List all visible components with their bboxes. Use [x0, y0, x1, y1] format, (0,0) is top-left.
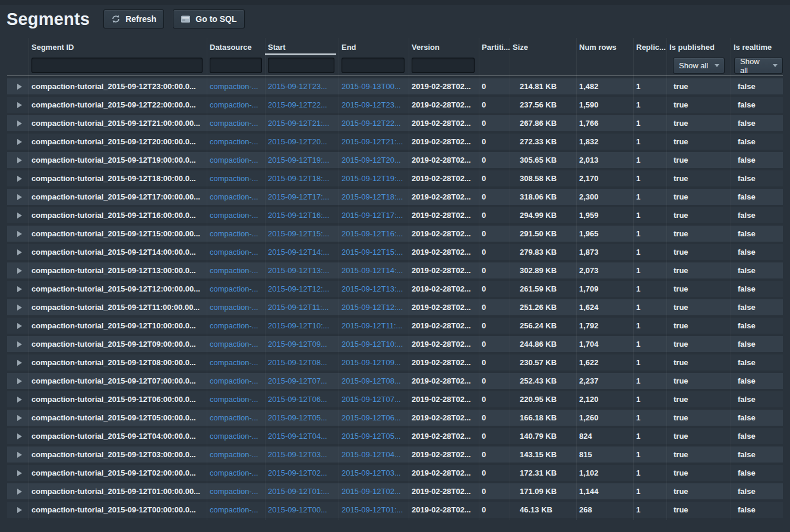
- start-link[interactable]: 2015-09-12T23...: [268, 82, 327, 91]
- header-num-rows[interactable]: Num rows: [576, 38, 633, 56]
- expand-row-icon[interactable]: [10, 84, 29, 90]
- start-link[interactable]: 2015-09-12T02...: [268, 468, 327, 477]
- end-link[interactable]: 2015-09-12T03...: [342, 468, 401, 477]
- datasource-link[interactable]: compaction-...: [210, 266, 258, 275]
- expand-row-icon[interactable]: [10, 433, 29, 439]
- start-link[interactable]: 2015-09-12T04...: [268, 432, 327, 441]
- refresh-button[interactable]: Refresh: [103, 10, 164, 28]
- start-link[interactable]: 2015-09-12T05...: [268, 413, 327, 422]
- datasource-link[interactable]: compaction-...: [210, 192, 258, 201]
- header-replicas[interactable]: Replic...: [633, 38, 666, 56]
- datasource-link[interactable]: compaction-...: [210, 505, 258, 514]
- datasource-link[interactable]: compaction-...: [210, 358, 258, 367]
- datasource-link[interactable]: compaction-...: [210, 303, 258, 312]
- end-link[interactable]: 2015-09-12T21:...: [342, 137, 403, 146]
- start-link[interactable]: 2015-09-12T17:...: [268, 192, 329, 201]
- header-partition[interactable]: Partiti...: [479, 38, 510, 56]
- end-link[interactable]: 2015-09-12T19:...: [342, 174, 403, 183]
- header-datasource[interactable]: Datasource: [207, 38, 265, 56]
- datasource-link[interactable]: compaction-...: [210, 119, 258, 128]
- datasource-link[interactable]: compaction-...: [210, 468, 258, 477]
- start-link[interactable]: 2015-09-12T03...: [268, 450, 327, 459]
- datasource-link[interactable]: compaction-...: [210, 432, 258, 441]
- segment-id-filter-input[interactable]: [31, 58, 203, 73]
- end-link[interactable]: 2015-09-12T17:...: [342, 211, 403, 220]
- end-link[interactable]: 2015-09-12T14:...: [342, 266, 403, 275]
- datasource-link[interactable]: compaction-...: [210, 156, 258, 164]
- datasource-link[interactable]: compaction-...: [210, 284, 258, 293]
- end-link[interactable]: 2015-09-12T01:...: [342, 505, 403, 514]
- end-link[interactable]: 2015-09-12T09...: [342, 358, 401, 367]
- end-link[interactable]: 2015-09-12T20...: [342, 156, 401, 164]
- end-link[interactable]: 2015-09-12T18:...: [342, 192, 403, 201]
- expand-row-icon[interactable]: [10, 194, 29, 200]
- start-link[interactable]: 2015-09-12T18:...: [268, 174, 329, 183]
- go-to-sql-button[interactable]: Go to SQL: [173, 10, 244, 28]
- end-link[interactable]: 2015-09-12T07...: [342, 395, 401, 404]
- start-link[interactable]: 2015-09-12T16:...: [268, 211, 329, 220]
- start-link[interactable]: 2015-09-12T01:...: [268, 487, 329, 496]
- header-version[interactable]: Version: [409, 38, 479, 56]
- end-link[interactable]: 2015-09-12T15:...: [342, 248, 403, 256]
- header-start[interactable]: Start: [265, 38, 339, 56]
- expand-row-icon[interactable]: [10, 121, 29, 126]
- datasource-link[interactable]: compaction-...: [210, 340, 258, 349]
- expand-row-icon[interactable]: [10, 231, 29, 237]
- start-link[interactable]: 2015-09-12T08...: [268, 358, 327, 367]
- version-filter-input[interactable]: [412, 58, 475, 73]
- expand-row-icon[interactable]: [10, 397, 29, 403]
- expand-row-icon[interactable]: [10, 176, 29, 182]
- datasource-link[interactable]: compaction-...: [210, 487, 258, 496]
- start-link[interactable]: 2015-09-12T11:...: [268, 303, 328, 312]
- datasource-link[interactable]: compaction-...: [210, 82, 258, 91]
- start-link[interactable]: 2015-09-12T21:...: [268, 119, 329, 128]
- end-link[interactable]: 2015-09-12T13:...: [342, 284, 403, 293]
- datasource-link[interactable]: compaction-...: [210, 376, 258, 385]
- start-link[interactable]: 2015-09-12T22...: [268, 100, 327, 109]
- expand-row-icon[interactable]: [10, 268, 29, 274]
- end-link[interactable]: 2015-09-12T02...: [342, 487, 401, 496]
- start-link[interactable]: 2015-09-12T12:...: [268, 284, 329, 293]
- end-link[interactable]: 2015-09-12T11:...: [342, 321, 402, 330]
- datasource-link[interactable]: compaction-...: [210, 174, 258, 183]
- expand-row-icon[interactable]: [10, 415, 29, 421]
- header-segment-id[interactable]: Segment ID: [29, 38, 207, 56]
- is-realtime-filter-dropdown[interactable]: Show all: [734, 58, 783, 74]
- datasource-link[interactable]: compaction-...: [210, 229, 258, 238]
- header-is-realtime[interactable]: Is realtime: [731, 38, 783, 56]
- header-end[interactable]: End: [339, 38, 409, 56]
- expand-row-icon[interactable]: [10, 157, 29, 163]
- start-link[interactable]: 2015-09-12T15:...: [268, 229, 329, 238]
- end-link[interactable]: 2015-09-12T16:...: [342, 229, 403, 238]
- datasource-link[interactable]: compaction-...: [210, 137, 258, 146]
- start-link[interactable]: 2015-09-12T06...: [268, 395, 327, 404]
- end-link[interactable]: 2015-09-12T08...: [342, 376, 401, 385]
- expand-row-icon[interactable]: [10, 305, 29, 311]
- datasource-link[interactable]: compaction-...: [210, 321, 258, 330]
- start-link[interactable]: 2015-09-12T07...: [268, 376, 327, 385]
- expand-row-icon[interactable]: [10, 139, 29, 145]
- datasource-link[interactable]: compaction-...: [210, 395, 258, 404]
- expand-row-icon[interactable]: [10, 470, 29, 476]
- is-published-filter-dropdown[interactable]: Show all: [673, 58, 725, 74]
- expand-row-icon[interactable]: [10, 378, 29, 384]
- datasource-link[interactable]: compaction-...: [210, 413, 258, 422]
- start-link[interactable]: 2015-09-12T09...: [268, 340, 327, 349]
- end-link[interactable]: 2015-09-12T04...: [342, 450, 401, 459]
- datasource-link[interactable]: compaction-...: [210, 450, 258, 459]
- start-link[interactable]: 2015-09-12T19:...: [268, 156, 329, 164]
- header-is-published[interactable]: Is published: [666, 38, 731, 56]
- start-link[interactable]: 2015-09-12T13:...: [268, 266, 329, 275]
- start-link[interactable]: 2015-09-12T10:...: [268, 321, 329, 330]
- expand-row-icon[interactable]: [10, 323, 29, 329]
- expand-row-icon[interactable]: [10, 489, 29, 495]
- expand-row-icon[interactable]: [10, 249, 29, 255]
- end-link[interactable]: 2015-09-12T12:...: [342, 303, 403, 312]
- expand-row-icon[interactable]: [10, 213, 29, 218]
- expand-row-icon[interactable]: [10, 507, 29, 513]
- end-link[interactable]: 2015-09-12T06...: [342, 413, 401, 422]
- datasource-filter-input[interactable]: [210, 58, 262, 73]
- end-link[interactable]: 2015-09-12T05...: [342, 432, 401, 441]
- datasource-link[interactable]: compaction-...: [210, 211, 258, 220]
- end-link[interactable]: 2015-09-12T10:...: [342, 340, 403, 349]
